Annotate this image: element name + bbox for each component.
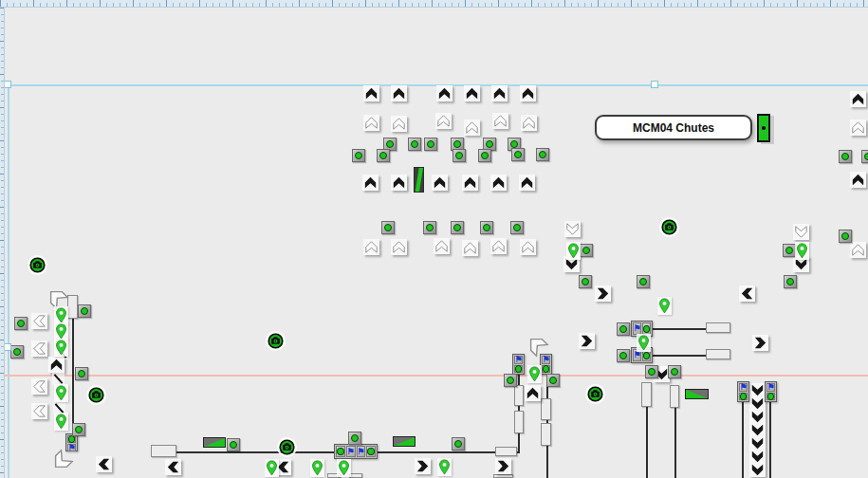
chevron-left-black-icon[interactable] [739, 285, 755, 302]
location-pin-icon[interactable] [54, 413, 68, 431]
status-indicator-light[interactable] [408, 138, 421, 151]
status-indicator-light[interactable] [784, 275, 797, 288]
chevron-right-black-icon[interactable] [579, 333, 595, 349]
chevron-up-black-icon[interactable] [391, 85, 407, 101]
location-pin-icon[interactable] [795, 242, 809, 260]
status-indicator-light[interactable] [839, 150, 852, 163]
speed-ramp-indicator[interactable] [203, 437, 226, 448]
status-indicator-light[interactable] [352, 149, 365, 162]
camera-icon[interactable] [279, 439, 295, 455]
status-indicator-light[interactable] [668, 365, 681, 378]
status-indicator-light[interactable] [381, 221, 395, 234]
conveyor-segment[interactable] [670, 385, 679, 408]
status-indicator-light[interactable] [480, 221, 493, 234]
status-indicator-light[interactable] [617, 322, 630, 336]
status-indicator-light[interactable] [580, 244, 593, 257]
chevron-up-black-icon[interactable] [520, 85, 536, 101]
turn-arrow-icon[interactable] [46, 287, 65, 306]
conveyor-segment[interactable] [495, 447, 517, 456]
conveyor-line[interactable] [742, 402, 744, 478]
conveyor-segment[interactable] [706, 322, 730, 333]
status-indicator-light[interactable] [72, 423, 85, 436]
turn-arrow-icon[interactable] [526, 335, 545, 354]
chevron-left-black-icon[interactable] [165, 459, 181, 475]
turn-arrow-icon[interactable] [51, 451, 70, 470]
chevron-up-black-icon[interactable] [464, 85, 480, 101]
chevron-up-black-icon[interactable] [363, 85, 379, 101]
chevron-up-black-icon[interactable] [850, 172, 866, 188]
chevron-up-white-icon[interactable] [391, 239, 407, 255]
conveyor-segment[interactable] [641, 382, 652, 407]
conveyor-segment[interactable] [541, 398, 551, 420]
conveyor-segment[interactable] [514, 385, 524, 406]
conveyor-segment[interactable] [706, 349, 730, 359]
chevron-up-black-icon[interactable] [490, 175, 507, 191]
status-indicator-light[interactable] [452, 149, 466, 162]
status-indicator-light[interactable] [645, 365, 658, 378]
chevron-up-black-icon[interactable] [462, 175, 478, 191]
gate-bar-indicator[interactable] [414, 167, 424, 193]
status-indicator-light[interactable] [617, 349, 630, 362]
conveyor-line[interactable] [653, 328, 708, 330]
status-indicator-light[interactable] [839, 230, 852, 243]
conveyor-line[interactable] [674, 408, 676, 478]
status-indicator-light[interactable] [75, 367, 88, 380]
chevron-left-black-icon[interactable] [96, 456, 112, 472]
camera-icon[interactable] [587, 386, 603, 402]
location-pin-icon[interactable] [657, 297, 672, 315]
status-indicator-light[interactable] [504, 374, 517, 387]
conveyor-segment[interactable] [67, 295, 78, 319]
chevron-down-column[interactable] [749, 383, 766, 477]
chevron-up-white-icon[interactable] [490, 238, 507, 254]
status-indicator-light[interactable] [510, 221, 524, 234]
chevron-right-black-icon[interactable] [595, 285, 611, 302]
status-indicator-light[interactable] [536, 148, 549, 161]
flag-status-box[interactable]: ⚑ [512, 354, 525, 375]
chevron-up-black-icon[interactable] [436, 85, 452, 101]
camera-icon[interactable] [88, 387, 104, 403]
chevron-up-black-icon[interactable] [391, 175, 407, 191]
chevron-left-white-icon[interactable] [31, 403, 47, 419]
flag-status-box[interactable]: ⚑⚑ [334, 444, 378, 459]
chevron-up-white-icon[interactable] [435, 113, 452, 129]
status-indicator-light[interactable] [424, 138, 437, 151]
flag-status-box[interactable]: ⚑ [737, 381, 749, 402]
chevron-up-white-icon[interactable] [850, 120, 866, 136]
status-indicator-light[interactable] [78, 304, 91, 318]
conveyor-line[interactable] [646, 407, 648, 478]
conveyor-line[interactable] [72, 319, 74, 436]
flag-status-box[interactable]: ⚑ [765, 381, 777, 402]
location-pin-icon[interactable] [566, 242, 581, 260]
speed-ramp-indicator[interactable] [393, 436, 416, 447]
conveyor-segment[interactable] [493, 474, 513, 478]
conveyor-line[interactable] [769, 402, 771, 478]
location-pin-icon[interactable] [54, 384, 68, 402]
location-pin-icon[interactable] [337, 459, 351, 477]
selection-handle[interactable] [651, 81, 658, 88]
status-indicator-light[interactable] [10, 345, 24, 358]
status-indicator-light[interactable] [227, 438, 240, 451]
chevron-up-black-icon[interactable] [850, 91, 866, 107]
chevron-up-white-icon[interactable] [462, 240, 478, 256]
chevron-left-white-icon[interactable] [31, 313, 47, 329]
status-indicator-light[interactable] [783, 244, 796, 257]
chevron-down-white-icon[interactable] [793, 224, 809, 240]
selection-handle[interactable] [4, 81, 11, 88]
chevron-up-black-icon[interactable] [362, 175, 379, 191]
chevron-left-white-icon[interactable] [31, 378, 47, 395]
chute-label[interactable]: MCM04 Chutes [595, 115, 752, 140]
chevron-up-white-icon[interactable] [434, 238, 450, 254]
chevron-up-white-icon[interactable] [520, 239, 536, 255]
status-indicator-light[interactable] [637, 275, 650, 288]
chevron-up-white-icon[interactable] [363, 115, 379, 131]
chevron-up-black-icon[interactable] [432, 175, 448, 191]
location-pin-icon[interactable] [637, 334, 651, 352]
status-indicator-light[interactable] [579, 275, 592, 288]
chevron-down-white-icon[interactable] [564, 221, 581, 237]
location-pin-icon[interactable] [310, 459, 324, 477]
chevron-left-white-icon[interactable] [31, 340, 47, 357]
chevron-up-white-icon[interactable] [850, 242, 866, 258]
status-indicator-light[interactable] [478, 149, 491, 162]
conveyor-line[interactable] [653, 355, 708, 357]
valve-indicator[interactable] [757, 114, 770, 142]
